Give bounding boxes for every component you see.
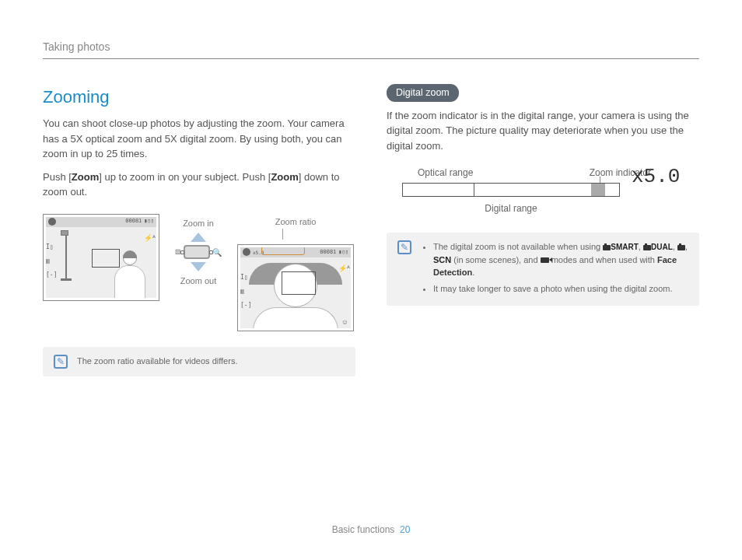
quality-icon: ▥ bbox=[46, 257, 57, 266]
zoom-ratio-highlight bbox=[261, 246, 305, 255]
page-footer: Basic functions 20 bbox=[0, 523, 742, 537]
breadcrumb: Taking photos bbox=[43, 39, 699, 59]
video-mode-icon bbox=[541, 257, 549, 263]
note-item-availability: The digital zoom is not available when u… bbox=[433, 240, 688, 279]
mode-icon bbox=[48, 218, 56, 226]
flash-icon: ⚡ᴬ bbox=[144, 233, 156, 244]
right-column: Digital zoom If the zoom indicator is in… bbox=[387, 84, 699, 376]
camera-screen-zoomed: x5.0 00081 ▮▯▯ I▯ ▥ [-] ⚡ᴬ bbox=[237, 244, 354, 331]
note-item-save-time: It may take longer to save a photo when … bbox=[433, 282, 688, 296]
zoom-ratio-label: Zoom ratio bbox=[275, 217, 317, 226]
footer-section: Basic functions bbox=[332, 524, 395, 535]
section-heading: Zooming bbox=[43, 84, 355, 110]
digital-zoom-paragraph: If the zoom indicator is in the digital … bbox=[387, 108, 699, 154]
zoom-in-label: Zoom in bbox=[183, 217, 214, 230]
camera-mode-icon bbox=[677, 245, 685, 250]
bracket-icon: [-] bbox=[46, 271, 57, 280]
left-side-icons: I▯ ▥ [-] bbox=[46, 243, 57, 280]
battery-icon: ▮▯▯ bbox=[144, 217, 154, 226]
note-box-video: ✎ The zoom ratio available for videos di… bbox=[43, 347, 355, 376]
instruction-paragraph: Push [Zoom] up to zoom in on your subjec… bbox=[43, 170, 355, 200]
streetlamp-illustration bbox=[61, 230, 72, 281]
zoom-diagram: 00081 ▮▯▯ I▯ ▥ [-] ⚡ᴬ bbox=[43, 214, 355, 332]
zoom-indicator-diagram: Optical range Zoom indicator x5.0 Digita… bbox=[402, 166, 682, 215]
zoom-out-label: Zoom out bbox=[180, 275, 216, 288]
arrow-up-icon bbox=[191, 233, 206, 242]
focus-rectangle bbox=[92, 249, 120, 268]
camera-mode-icon bbox=[643, 245, 651, 250]
timer-icon: ☺ bbox=[341, 317, 348, 328]
digital-zoom-pill: Digital zoom bbox=[387, 84, 459, 102]
left-column: Zooming You can shoot close-up photos by… bbox=[43, 84, 355, 376]
battery-icon: ▮▯▯ bbox=[338, 248, 348, 257]
page-number: 20 bbox=[400, 524, 410, 535]
note-box-digital: ✎ The digital zoom is not available when… bbox=[387, 233, 699, 306]
focus-rectangle bbox=[282, 271, 316, 295]
zoom-range-bar bbox=[402, 183, 620, 197]
note-icon: ✎ bbox=[397, 240, 411, 254]
size-icon: I▯ bbox=[46, 243, 57, 252]
arrow-down-icon bbox=[191, 262, 206, 271]
right-side-icons: ⚡ᴬ bbox=[144, 233, 156, 244]
optical-range-label: Optical range bbox=[418, 166, 473, 180]
mode-icon bbox=[243, 248, 250, 256]
scn-mode-icon: SCN bbox=[433, 255, 451, 264]
zoom-control-diagram: Zoom in ▧ 🔍 Zoom out bbox=[167, 214, 229, 288]
screen-status-bar: 00081 ▮▯▯ bbox=[45, 216, 157, 227]
note-text: The zoom ratio available for videos diff… bbox=[77, 355, 237, 368]
zoom-button-illustration bbox=[184, 245, 210, 259]
intro-paragraph: You can shoot close-up photos by adjusti… bbox=[43, 116, 355, 162]
tele-icon: 🔍 bbox=[212, 247, 222, 258]
digital-range-label: Digital range bbox=[402, 201, 620, 215]
zoom-ratio-pointer bbox=[282, 229, 283, 240]
note-icon: ✎ bbox=[54, 355, 68, 369]
optical-segment bbox=[403, 184, 474, 196]
shot-counter: 00081 bbox=[125, 217, 142, 226]
zoom-value-readout: x5.0 bbox=[632, 162, 680, 192]
camera-mode-icon bbox=[603, 245, 611, 250]
camera-screen-wide: 00081 ▮▯▯ I▯ ▥ [-] ⚡ᴬ bbox=[43, 214, 159, 301]
content-columns: Zooming You can shoot close-up photos by… bbox=[43, 84, 699, 376]
zoom-marker bbox=[591, 184, 605, 196]
shot-counter: 00081 bbox=[320, 248, 336, 257]
zoomed-screen-column: Zoom ratio x5.0 00081 ▮▯▯ I▯ ▥ bbox=[237, 214, 354, 332]
note-list: The digital zoom is not available when u… bbox=[421, 240, 688, 298]
